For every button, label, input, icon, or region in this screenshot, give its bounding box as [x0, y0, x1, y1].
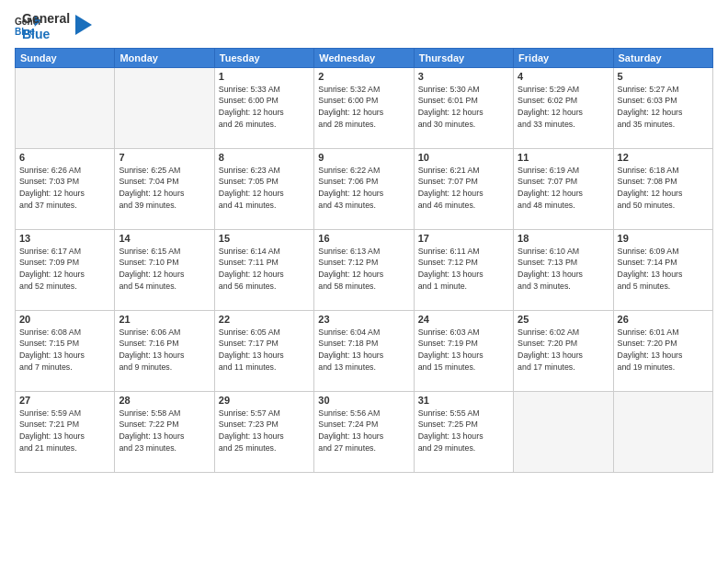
day-cell — [115, 67, 214, 148]
day-info: Sunrise: 6:14 AM Sunset: 7:11 PM Dayligh… — [219, 246, 310, 293]
day-info: Sunrise: 5:29 AM Sunset: 6:02 PM Dayligh… — [518, 84, 609, 131]
day-info: Sunrise: 6:10 AM Sunset: 7:13 PM Dayligh… — [518, 246, 609, 293]
week-row-3: 20Sunrise: 6:08 AM Sunset: 7:15 PM Dayli… — [16, 310, 713, 391]
day-cell: 4Sunrise: 5:29 AM Sunset: 6:02 PM Daylig… — [514, 67, 613, 148]
day-number: 13 — [19, 233, 110, 244]
day-cell: 5Sunrise: 5:27 AM Sunset: 6:03 PM Daylig… — [613, 67, 712, 148]
day-number: 9 — [318, 152, 409, 163]
col-header-saturday: Saturday — [613, 48, 712, 67]
day-cell: 26Sunrise: 6:01 AM Sunset: 7:20 PM Dayli… — [613, 310, 712, 391]
day-info: Sunrise: 5:59 AM Sunset: 7:21 PM Dayligh… — [19, 408, 110, 454]
day-number: 6 — [19, 152, 110, 163]
day-cell: 10Sunrise: 6:21 AM Sunset: 7:07 PM Dayli… — [414, 148, 513, 229]
day-number: 5 — [618, 71, 709, 82]
day-number: 15 — [219, 233, 310, 244]
day-info: Sunrise: 5:33 AM Sunset: 6:00 PM Dayligh… — [219, 84, 310, 131]
day-info: Sunrise: 6:17 AM Sunset: 7:09 PM Dayligh… — [19, 246, 110, 293]
svg-marker-3 — [75, 15, 92, 35]
logo-blue: Blue — [22, 27, 70, 42]
col-header-monday: Monday — [115, 48, 214, 67]
day-number: 28 — [119, 395, 210, 406]
day-number: 22 — [219, 314, 310, 325]
page: General Blue General Blue SundayMondayTu… — [0, 0, 728, 563]
week-row-2: 13Sunrise: 6:17 AM Sunset: 7:09 PM Dayli… — [16, 229, 713, 310]
day-cell: 29Sunrise: 5:57 AM Sunset: 7:23 PM Dayli… — [214, 391, 313, 472]
day-info: Sunrise: 6:13 AM Sunset: 7:12 PM Dayligh… — [318, 246, 409, 293]
day-number: 21 — [119, 314, 210, 325]
day-info: Sunrise: 6:04 AM Sunset: 7:18 PM Dayligh… — [318, 327, 409, 373]
day-info: Sunrise: 6:19 AM Sunset: 7:07 PM Dayligh… — [518, 165, 609, 212]
day-cell: 19Sunrise: 6:09 AM Sunset: 7:14 PM Dayli… — [613, 229, 712, 310]
day-cell: 2Sunrise: 5:32 AM Sunset: 6:00 PM Daylig… — [314, 67, 414, 148]
day-info: Sunrise: 6:15 AM Sunset: 7:10 PM Dayligh… — [119, 246, 210, 293]
day-info: Sunrise: 6:26 AM Sunset: 7:03 PM Dayligh… — [19, 165, 110, 212]
day-info: Sunrise: 5:56 AM Sunset: 7:24 PM Dayligh… — [318, 408, 409, 454]
day-number: 30 — [318, 395, 409, 406]
day-cell: 17Sunrise: 6:11 AM Sunset: 7:12 PM Dayli… — [414, 229, 513, 310]
day-cell: 14Sunrise: 6:15 AM Sunset: 7:10 PM Dayli… — [115, 229, 214, 310]
day-cell: 1Sunrise: 5:33 AM Sunset: 6:00 PM Daylig… — [214, 67, 313, 148]
calendar-table: SundayMondayTuesdayWednesdayThursdayFrid… — [15, 48, 713, 473]
day-info: Sunrise: 6:03 AM Sunset: 7:19 PM Dayligh… — [418, 327, 509, 373]
day-cell: 25Sunrise: 6:02 AM Sunset: 7:20 PM Dayli… — [514, 310, 613, 391]
day-cell: 30Sunrise: 5:56 AM Sunset: 7:24 PM Dayli… — [314, 391, 414, 472]
day-cell — [514, 391, 613, 472]
day-number: 2 — [318, 71, 409, 82]
day-info: Sunrise: 6:25 AM Sunset: 7:04 PM Dayligh… — [119, 165, 210, 212]
day-number: 11 — [518, 152, 609, 163]
day-cell: 11Sunrise: 6:19 AM Sunset: 7:07 PM Dayli… — [514, 148, 613, 229]
day-info: Sunrise: 5:55 AM Sunset: 7:25 PM Dayligh… — [418, 408, 509, 454]
day-number: 20 — [19, 314, 110, 325]
day-number: 29 — [219, 395, 310, 406]
day-cell: 18Sunrise: 6:10 AM Sunset: 7:13 PM Dayli… — [514, 229, 613, 310]
week-row-4: 27Sunrise: 5:59 AM Sunset: 7:21 PM Dayli… — [16, 391, 713, 472]
logo-triangle — [75, 15, 92, 35]
day-number: 7 — [119, 152, 210, 163]
day-cell: 15Sunrise: 6:14 AM Sunset: 7:11 PM Dayli… — [214, 229, 313, 310]
day-cell: 31Sunrise: 5:55 AM Sunset: 7:25 PM Dayli… — [414, 391, 513, 472]
day-number: 19 — [618, 233, 709, 244]
day-number: 8 — [219, 152, 310, 163]
day-cell: 9Sunrise: 6:22 AM Sunset: 7:06 PM Daylig… — [314, 148, 414, 229]
day-number: 12 — [618, 152, 709, 163]
day-cell: 20Sunrise: 6:08 AM Sunset: 7:15 PM Dayli… — [16, 310, 115, 391]
day-cell: 27Sunrise: 5:59 AM Sunset: 7:21 PM Dayli… — [16, 391, 115, 472]
day-cell: 12Sunrise: 6:18 AM Sunset: 7:08 PM Dayli… — [613, 148, 712, 229]
day-number: 24 — [418, 314, 509, 325]
week-row-0: 1Sunrise: 5:33 AM Sunset: 6:00 PM Daylig… — [16, 67, 713, 148]
day-cell: 6Sunrise: 6:26 AM Sunset: 7:03 PM Daylig… — [16, 148, 115, 229]
col-header-friday: Friday — [514, 48, 613, 67]
day-cell: 8Sunrise: 6:23 AM Sunset: 7:05 PM Daylig… — [214, 148, 313, 229]
col-header-tuesday: Tuesday — [214, 48, 313, 67]
day-cell: 28Sunrise: 5:58 AM Sunset: 7:22 PM Dayli… — [115, 391, 214, 472]
day-info: Sunrise: 6:09 AM Sunset: 7:14 PM Dayligh… — [618, 246, 709, 293]
day-number: 16 — [318, 233, 409, 244]
day-number: 1 — [219, 71, 310, 82]
day-info: Sunrise: 6:05 AM Sunset: 7:17 PM Dayligh… — [219, 327, 310, 373]
day-number: 10 — [418, 152, 509, 163]
day-cell: 22Sunrise: 6:05 AM Sunset: 7:17 PM Dayli… — [214, 310, 313, 391]
day-info: Sunrise: 6:11 AM Sunset: 7:12 PM Dayligh… — [418, 246, 509, 293]
day-info: Sunrise: 6:06 AM Sunset: 7:16 PM Dayligh… — [119, 327, 210, 373]
day-number: 18 — [518, 233, 609, 244]
day-cell: 13Sunrise: 6:17 AM Sunset: 7:09 PM Dayli… — [16, 229, 115, 310]
day-info: Sunrise: 6:01 AM Sunset: 7:20 PM Dayligh… — [618, 327, 709, 373]
day-cell: 21Sunrise: 6:06 AM Sunset: 7:16 PM Dayli… — [115, 310, 214, 391]
day-cell: 7Sunrise: 6:25 AM Sunset: 7:04 PM Daylig… — [115, 148, 214, 229]
day-number: 27 — [19, 395, 110, 406]
header-row: SundayMondayTuesdayWednesdayThursdayFrid… — [16, 48, 713, 67]
day-number: 31 — [418, 395, 509, 406]
day-info: Sunrise: 6:08 AM Sunset: 7:15 PM Dayligh… — [19, 327, 110, 373]
day-number: 26 — [618, 314, 709, 325]
day-info: Sunrise: 6:23 AM Sunset: 7:05 PM Dayligh… — [219, 165, 310, 212]
day-cell: 16Sunrise: 6:13 AM Sunset: 7:12 PM Dayli… — [314, 229, 414, 310]
day-info: Sunrise: 5:30 AM Sunset: 6:01 PM Dayligh… — [418, 84, 509, 131]
header: General Blue General Blue — [15, 11, 713, 42]
day-cell: 3Sunrise: 5:30 AM Sunset: 6:01 PM Daylig… — [414, 67, 513, 148]
logo-general: General — [22, 11, 70, 27]
day-info: Sunrise: 5:32 AM Sunset: 6:00 PM Dayligh… — [318, 84, 409, 131]
day-info: Sunrise: 6:18 AM Sunset: 7:08 PM Dayligh… — [618, 165, 709, 212]
day-cell — [613, 391, 712, 472]
col-header-wednesday: Wednesday — [314, 48, 414, 67]
day-number: 25 — [518, 314, 609, 325]
